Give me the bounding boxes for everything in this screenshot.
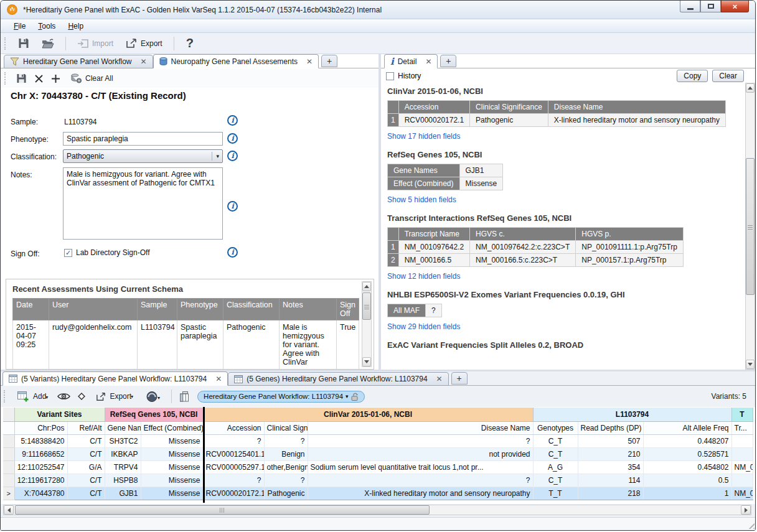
new-tab-button[interactable]: + <box>440 55 456 67</box>
delete-record-icon[interactable] <box>34 74 44 83</box>
table-row[interactable]: 5:148388420C/TSH3TC2Missense???C_T5070.4… <box>3 434 753 447</box>
minimize-button[interactable] <box>680 1 700 12</box>
scroll-right-button[interactable] <box>741 505 751 515</box>
clear-all-button[interactable]: Clear All <box>68 72 116 85</box>
record-link[interactable]: X:70443780 <box>14 487 67 500</box>
column-header[interactable]: Genotypes <box>533 421 578 434</box>
row-header[interactable] <box>3 447 14 460</box>
record-link[interactable]: 9:111668652 <box>14 447 67 460</box>
record-link[interactable]: NM_000166.5 <box>398 254 469 267</box>
column-header[interactable]: Effect (Combined) <box>141 421 203 434</box>
column-chooser-icon[interactable] <box>180 391 191 402</box>
clear-button[interactable]: Clear <box>712 70 744 82</box>
close-tab-icon[interactable]: ✕ <box>436 375 443 383</box>
table-row[interactable]: 9:111668652C/TIKBKAPMissenseRCV000125401… <box>3 447 753 460</box>
table-row[interactable]: >X:70443780C/TGJB1MissenseRCV000020172.1… <box>3 487 753 500</box>
visibility-eye-icon[interactable] <box>57 392 70 401</box>
column-header[interactable]: Disease Name <box>308 421 533 434</box>
notes-textarea[interactable]: Male is hemizgyous for variant. Agree wi… <box>63 167 223 240</box>
menu-item-tools[interactable]: Tools <box>32 21 61 32</box>
tab-genes-table[interactable]: (5 Genes) Hereditary Gene Panel Workflow… <box>228 372 448 386</box>
scrollbar-thumb[interactable] <box>746 158 755 295</box>
info-icon[interactable]: i <box>227 115 238 126</box>
scroll-down-button[interactable] <box>746 360 755 369</box>
copy-button[interactable]: Copy <box>677 70 708 82</box>
show-hidden-fields-link[interactable]: Show 17 hidden fields <box>387 132 743 141</box>
maximize-button[interactable] <box>700 1 721 12</box>
menu-item-file[interactable]: File <box>8 21 31 32</box>
column-header[interactable]: Chr:Pos <box>14 421 67 434</box>
detail-scrollbar[interactable] <box>745 83 755 370</box>
record-link[interactable]: 5:148388420 <box>14 434 67 447</box>
record-link[interactable]: RCV000020172.1 <box>398 114 469 127</box>
record-link[interactable]: 12:119617280 <box>14 474 67 487</box>
column-header[interactable]: Clinical Significa... <box>264 421 308 434</box>
row-header[interactable]: > <box>3 487 14 500</box>
tab-neuropathy-gene-panel-assesements[interactable]: Neuropathy Gene Panel Assesements ✕ <box>153 54 319 68</box>
signoff-checkbox[interactable]: ✓ <box>64 249 72 257</box>
save-record-icon[interactable] <box>16 73 27 83</box>
info-icon[interactable]: i <box>227 133 238 144</box>
import-button[interactable]: Import <box>74 36 116 50</box>
tab-variants-table[interactable]: (5 Variants) Hereditary Gene Panel Workf… <box>2 371 228 386</box>
table-row[interactable]: 12:119617280C/THSPB8Missense???C_T1140.5 <box>3 474 753 487</box>
record-link[interactable]: RCV000020172.1 <box>203 487 264 500</box>
row-header[interactable] <box>3 474 14 487</box>
info-icon[interactable]: i <box>227 247 238 258</box>
record-link[interactable]: NM_00 <box>731 487 753 500</box>
column-group-refseq-genes-105-ncbi: RefSeq Genes 105, NCBI <box>105 408 203 421</box>
new-tab-button[interactable]: + <box>451 372 468 385</box>
show-hidden-fields-link[interactable]: Show 12 hidden fields <box>387 272 743 281</box>
record-link[interactable]: NM_00 <box>731 460 753 474</box>
resize-grip[interactable] <box>746 521 755 529</box>
recent-scrollbar[interactable] <box>362 281 372 367</box>
add-column-button[interactable]: Add ▾ <box>14 390 51 404</box>
scroll-left-button[interactable] <box>4 505 14 515</box>
horizontal-scrollbar[interactable] <box>3 505 751 515</box>
record-link[interactable]: RCV000125401.1 <box>203 447 264 460</box>
pinned-columns-divider[interactable] <box>203 407 205 503</box>
scroll-up-button[interactable] <box>362 282 371 291</box>
history-checkbox[interactable] <box>386 72 394 80</box>
column-header[interactable]: Tr... <box>731 421 753 434</box>
sample-scope-dropdown[interactable]: Hereditary Gene Panel Workflow: L1103794… <box>197 391 364 403</box>
column-header[interactable]: Read Depths (DP) <box>578 421 643 434</box>
add-record-icon[interactable] <box>51 74 60 83</box>
scroll-down-button[interactable] <box>362 357 371 366</box>
table-row[interactable]: 12:110252547G/ATRPV4MissenseRCV000005297… <box>3 460 753 474</box>
info-icon[interactable]: i <box>227 201 238 212</box>
help-button[interactable]: ? <box>182 36 197 50</box>
record-link[interactable]: NM_001097642.2 <box>398 241 469 254</box>
column-header[interactable]: Accession <box>203 421 264 434</box>
close-tab-icon[interactable]: ✕ <box>306 57 313 66</box>
save-button[interactable] <box>15 36 32 50</box>
record-link[interactable]: RCV000005297.1,R... <box>203 460 264 474</box>
scrollbar-thumb[interactable] <box>362 292 371 320</box>
close-tab-icon[interactable]: ✕ <box>141 57 147 66</box>
phenotype-input[interactable] <box>63 132 223 146</box>
plot-button[interactable]: ▾ <box>143 389 163 404</box>
export-table-button[interactable]: Export ▾ <box>93 390 136 403</box>
menu-item-help[interactable]: Help <box>62 21 89 32</box>
marker-diamond-icon[interactable] <box>77 391 87 401</box>
show-hidden-fields-link[interactable]: Show 29 hidden fields <box>387 322 743 331</box>
column-header[interactable]: Ref/Alt <box>67 421 105 434</box>
info-icon[interactable]: i <box>227 151 238 161</box>
column-header[interactable]: Gene Names <box>105 421 141 434</box>
classification-dropdown[interactable]: Pathogenic ▾ <box>63 149 223 163</box>
open-button[interactable] <box>39 36 57 50</box>
column-header[interactable]: Alt Allele Freq <box>643 421 731 434</box>
show-hidden-fields-link[interactable]: Show 5 hidden fields <box>387 195 743 204</box>
export-button[interactable]: Export <box>123 36 166 50</box>
tab-hereditary-gene-panel-workflow[interactable]: Hereditary Gene Panel Workflow ✕ <box>4 55 153 68</box>
tab-detail[interactable]: i Detail ✕ <box>384 54 438 68</box>
close-tab-icon[interactable]: ✕ <box>215 375 222 383</box>
record-link[interactable]: 12:110252547 <box>14 460 67 474</box>
row-header[interactable] <box>3 460 14 474</box>
scrollbar-thumb[interactable] <box>15 505 430 515</box>
scroll-up-button[interactable] <box>746 83 755 93</box>
new-tab-button[interactable]: + <box>321 55 337 67</box>
close-button[interactable]: × <box>721 1 749 12</box>
close-tab-icon[interactable]: ✕ <box>425 57 431 66</box>
row-header[interactable] <box>3 434 14 447</box>
